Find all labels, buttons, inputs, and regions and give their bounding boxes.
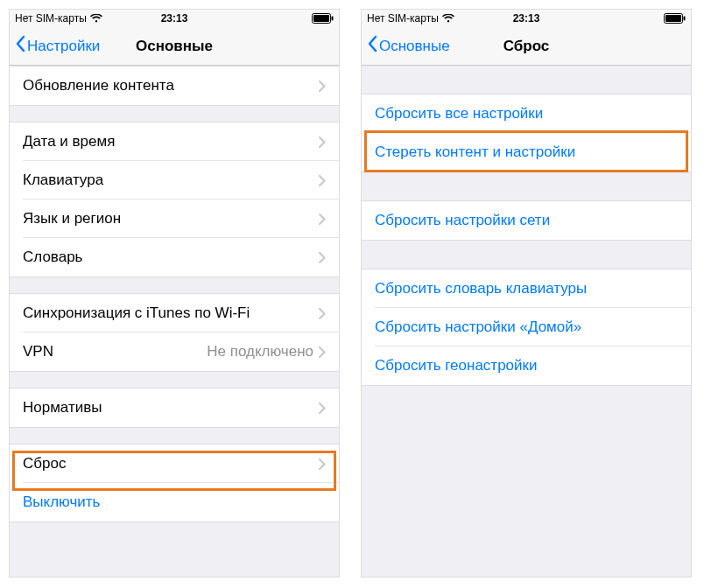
svg-rect-1	[313, 15, 329, 22]
status-bar: Нет SIM-карты 23:13	[10, 10, 339, 27]
reset-list: Сбросить все настройки Стереть контент и…	[362, 94, 691, 386]
settings-list: Обновление контента Дата и время Клавиат…	[10, 66, 339, 522]
chevron-right-icon	[319, 402, 326, 414]
phone-reset-settings: Нет SIM-карты 23:13 Основные Сброс Сброс…	[361, 9, 692, 578]
row-date-time[interactable]: Дата и время	[10, 122, 339, 161]
vpn-status: Не подключено	[207, 343, 313, 360]
chevron-right-icon	[319, 346, 326, 358]
chevron-right-icon	[319, 80, 326, 92]
chevron-right-icon	[319, 308, 326, 319]
row-erase-content-settings[interactable]: Стереть контент и настройки	[362, 133, 691, 172]
row-reset[interactable]: Сброс	[10, 444, 339, 483]
status-bar: Нет SIM-карты 23:13	[362, 10, 691, 27]
battery-icon	[664, 13, 686, 24]
chevron-left-icon	[367, 35, 379, 57]
battery-icon	[312, 13, 334, 24]
chevron-right-icon	[319, 136, 326, 148]
chevron-right-icon	[319, 458, 326, 470]
row-vpn[interactable]: VPN Не подключено	[10, 332, 339, 371]
row-language-region[interactable]: Язык и регион	[10, 200, 339, 238]
back-button[interactable]: Основные	[367, 35, 450, 57]
nav-bar: Основные Сброс	[362, 27, 691, 66]
row-reset-location[interactable]: Сбросить геонастройки	[362, 346, 691, 385]
chevron-right-icon	[319, 252, 326, 263]
row-reset-network[interactable]: Сбросить настройки сети	[362, 201, 691, 240]
back-button[interactable]: Настройки	[15, 35, 100, 57]
row-reset-keyboard-dict[interactable]: Сбросить словарь клавиатуры	[362, 270, 691, 308]
row-reset-home-layout[interactable]: Сбросить настройки «Домой»	[362, 308, 691, 346]
row-reset-all-settings[interactable]: Сбросить все настройки	[362, 94, 691, 133]
row-keyboard[interactable]: Клавиатура	[10, 161, 339, 200]
back-label: Основные	[379, 38, 450, 55]
row-shutdown[interactable]: Выключить	[10, 483, 339, 522]
chevron-right-icon	[319, 175, 326, 186]
row-itunes-wifi-sync[interactable]: Синхронизация с iTunes по Wi-Fi	[10, 294, 339, 332]
clock-text: 23:13	[362, 12, 691, 24]
row-regulatory[interactable]: Нормативы	[10, 388, 339, 427]
back-label: Настройки	[27, 38, 100, 55]
svg-rect-2	[332, 17, 334, 21]
row-dictionary[interactable]: Словарь	[10, 238, 339, 276]
nav-bar: Настройки Основные	[10, 27, 339, 66]
clock-text: 23:13	[10, 12, 339, 24]
svg-rect-5	[684, 17, 686, 21]
phone-general-settings: Нет SIM-карты 23:13 Настройки Основные О…	[9, 9, 340, 578]
chevron-right-icon	[319, 214, 326, 225]
chevron-left-icon	[15, 35, 27, 57]
svg-rect-4	[665, 15, 681, 22]
row-content-refresh[interactable]: Обновление контента	[10, 66, 339, 105]
